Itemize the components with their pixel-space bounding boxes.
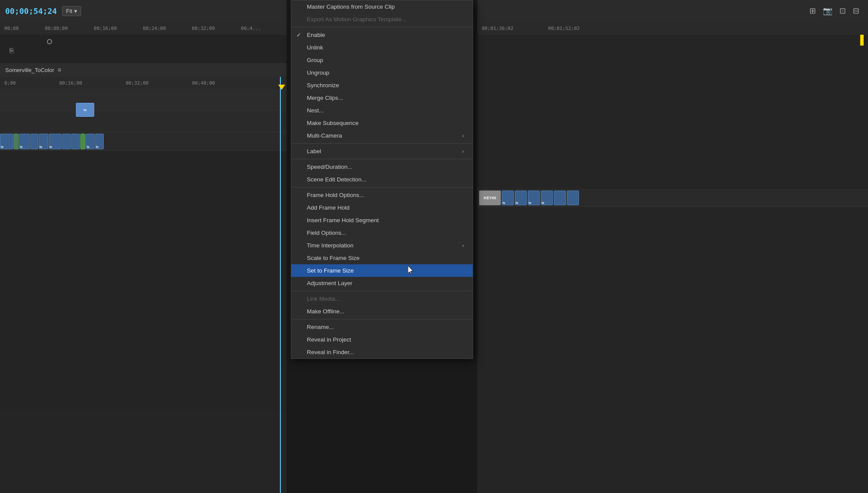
right-clip-5[interactable] [554, 191, 566, 205]
video-track-1 [0, 89, 286, 111]
clip-4[interactable] [30, 134, 38, 149]
video-track-2: fx [0, 111, 286, 132]
menu-item-set-to-frame[interactable]: Set to Frame Size [291, 264, 473, 277]
ruler-mark-1: 00;00 [4, 26, 19, 31]
ruler-mark-4: 00;24;00 [143, 26, 166, 31]
menu-item-ungroup[interactable]: Ungroup [291, 66, 473, 79]
menu-item-enable[interactable]: ✓ Enable [291, 29, 473, 41]
clip-10[interactable]: fx [95, 134, 104, 149]
right-mark-2: 00;01;52;02 [548, 26, 580, 31]
menu-label-speed-duration: Speed/Duration... [307, 164, 352, 170]
menu-item-link-media: Link Media... [291, 293, 473, 305]
right-clip-3[interactable]: fx [528, 191, 540, 205]
menu-item-insert-frame-hold[interactable]: Insert Frame Hold Segment [291, 214, 473, 227]
time-interpolation-arrow: › [462, 243, 464, 249]
separator-6 [291, 319, 473, 319]
menu-label-unlink: Unlink [307, 44, 323, 51]
right-icon-3[interactable]: ⊡ [839, 6, 846, 16]
menu-item-speed-duration[interactable]: Speed/Duration... [291, 161, 473, 173]
label-arrow: › [462, 148, 464, 154]
clip-3[interactable]: fx [19, 134, 30, 149]
right-icon-1[interactable]: ⊞ [809, 6, 816, 16]
floating-clip[interactable]: fx [76, 103, 94, 117]
clip-1[interactable]: fx [0, 134, 13, 149]
menu-item-merge-clips[interactable]: Merge Clips... [291, 92, 473, 104]
menu-label-time-interpolation: Time Interpolation [307, 242, 354, 249]
inner-mark-4: 00;48;00 [192, 80, 215, 86]
menu-item-nest[interactable]: Nest... [291, 104, 473, 117]
menu-label-group: Group [307, 57, 323, 63]
clip-6[interactable]: fx [49, 134, 62, 149]
menu-item-export-motion: Export As Motion Graphics Template... [291, 13, 473, 26]
menu-item-unlink[interactable]: Unlink [291, 41, 473, 54]
menu-label-merge-clips: Merge Clips... [307, 95, 343, 101]
menu-item-multi-camera[interactable]: Multi-Camera › [291, 129, 473, 142]
menu-item-frame-hold-options[interactable]: Frame Hold Options... [291, 189, 473, 201]
menu-label-field-options: Field Options... [307, 230, 346, 236]
inner-mark-1: 0;00 [4, 80, 16, 86]
fit-label: Fit [66, 8, 72, 14]
export-icon[interactable]: ⎘ [10, 47, 18, 56]
menu-label-master-captions: Master Captions from Source Clip [307, 3, 395, 10]
menu-item-master-captions[interactable]: Master Captions from Source Clip [291, 0, 473, 13]
menu-label-reveal-finder: Reveal in Finder... [307, 349, 354, 355]
menu-item-scale-to-frame[interactable]: Scale to Frame Size [291, 252, 473, 264]
menu-item-adjustment-layer[interactable]: Adjustment Layer [291, 277, 473, 289]
hamburger-icon[interactable]: ≡ [58, 66, 61, 73]
menu-item-make-offline[interactable]: Make Offline... [291, 305, 473, 318]
right-clip-6[interactable] [567, 191, 579, 205]
menu-item-time-interpolation[interactable]: Time Interpolation › [291, 239, 473, 252]
timecode-display[interactable]: 00;00;54;24 [5, 7, 57, 16]
ruler-mark-6: 00;4... [241, 26, 261, 31]
menu-item-field-options[interactable]: Field Options... [291, 227, 473, 239]
clip-8[interactable] [71, 134, 80, 149]
lower-tracks [0, 151, 286, 411]
main-clip-row: fx fx fx fx fx fx [0, 132, 286, 151]
clip-2[interactable] [13, 134, 19, 149]
menu-item-make-subsequence[interactable]: Make Subsequence [291, 117, 473, 129]
menu-item-add-frame-hold[interactable]: Add Frame Hold [291, 201, 473, 214]
ruler-mark-5: 00;32;00 [192, 26, 215, 31]
menu-label-rename: Rename... [307, 324, 334, 330]
menu-label-adjustment-layer: Adjustment Layer [307, 280, 352, 286]
menu-item-scene-edit[interactable]: Scene Edit Detection... [291, 173, 473, 186]
separator-1 [291, 27, 473, 27]
multi-camera-arrow: › [462, 133, 464, 139]
menu-label-make-subsequence: Make Subsequence [307, 120, 358, 126]
right-track-area: KEY00 fx fx fx fx [477, 35, 868, 493]
menu-item-label[interactable]: Label › [291, 145, 473, 158]
right-ruler: 00;01;36;02 00;01;52;02 [477, 22, 868, 35]
menu-label-insert-frame-hold: Insert Frame Hold Segment [307, 217, 379, 223]
menu-label-multi-camera: Multi-Camera [307, 132, 342, 139]
menu-label-ungroup: Ungroup [307, 69, 329, 76]
right-icon-4[interactable]: ⊟ [853, 6, 859, 16]
playhead-circle [47, 39, 52, 44]
clip-green-1[interactable] [80, 134, 85, 149]
clip-7[interactable] [62, 134, 71, 149]
clip-9[interactable]: fx [86, 134, 95, 149]
menu-item-reveal-finder[interactable]: Reveal in Finder... [291, 346, 473, 358]
menu-item-synchronize[interactable]: Synchronize [291, 79, 473, 92]
separator-4 [291, 187, 473, 187]
menu-item-rename[interactable]: Rename... [291, 321, 473, 333]
fit-dropdown-arrow: ▾ [74, 8, 77, 14]
sequence-name: Somerville_ToColor [5, 67, 54, 73]
right-clip-2[interactable]: fx [515, 191, 527, 205]
menu-item-group[interactable]: Group [291, 54, 473, 66]
right-clip-1[interactable]: fx [502, 191, 514, 205]
right-clip-4[interactable]: fx [541, 191, 553, 205]
context-menu: Master Captions from Source Clip Export … [291, 0, 473, 359]
clip-5[interactable]: fx [39, 134, 48, 149]
fit-dropdown[interactable]: Fit ▾ [62, 6, 81, 16]
menu-label-make-offline: Make Offline... [307, 308, 345, 315]
key00-clip[interactable]: KEY00 [479, 191, 501, 205]
menu-label-enable: Enable [307, 32, 325, 38]
menu-label-add-frame-hold: Add Frame Hold [307, 204, 349, 211]
right-yellow-marker [860, 35, 864, 46]
inner-mark-3: 00;32;00 [125, 80, 148, 86]
menu-item-reveal-project[interactable]: Reveal in Project [291, 333, 473, 346]
inner-mark-2: 00;16;00 [59, 80, 82, 86]
clip-strip: fx fx fx fx fx fx [0, 134, 286, 149]
inner-ruler: 0;00 00;16;00 00;32;00 00;48;00 [0, 77, 286, 89]
right-icon-2[interactable]: 📷 [823, 6, 832, 16]
